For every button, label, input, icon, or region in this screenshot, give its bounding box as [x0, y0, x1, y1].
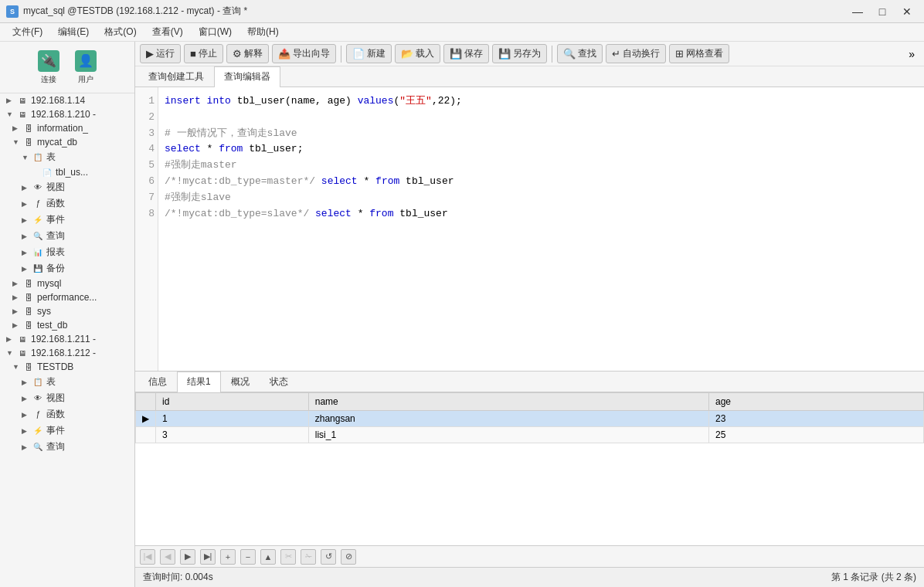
- user-button[interactable]: 👤 用户: [70, 48, 101, 87]
- nav-stop-button[interactable]: ⊘: [341, 549, 356, 565]
- menu-edit[interactable]: 编辑(E): [52, 24, 95, 40]
- expand-arrow-func2[interactable]: ▶: [22, 411, 29, 419]
- minimize-button[interactable]: —: [847, 4, 868, 19]
- folder-tables2[interactable]: ▶ 📋 表: [0, 374, 134, 390]
- folder-queries[interactable]: ▶ 🔍 查询: [0, 228, 134, 244]
- expand-arrow-4[interactable]: ▼: [6, 349, 14, 357]
- export-button[interactable]: 📤 导出向导: [272, 44, 336, 63]
- nav-prev-button[interactable]: ◀: [160, 549, 175, 565]
- stop-button[interactable]: ■ 停止: [184, 44, 223, 63]
- nav-cut-button[interactable]: ✂: [280, 549, 296, 565]
- folder-views[interactable]: ▶ 👁 视图: [0, 179, 134, 195]
- table-tbl-user[interactable]: ▶ 📄 tbl_us...: [0, 165, 134, 179]
- nav-cut2-button[interactable]: ✁: [301, 549, 316, 565]
- wrap-button[interactable]: ↵ 自动换行: [606, 44, 666, 63]
- tab-query-builder[interactable]: 查询创建工具: [138, 66, 214, 87]
- server-icon-3: 🖥: [17, 334, 28, 344]
- new-button[interactable]: 📄 新建: [346, 44, 392, 63]
- folder-queries2[interactable]: ▶ 🔍 查询: [0, 439, 134, 455]
- result-content[interactable]: id name age ▶ 1 zhangsan 23: [135, 392, 924, 545]
- nav-first-button[interactable]: |◀: [140, 549, 155, 565]
- expand-arrow-reports[interactable]: ▶: [22, 249, 29, 256]
- expand-arrow-sys[interactable]: ▶: [12, 307, 20, 315]
- nav-add-button[interactable]: +: [220, 549, 236, 565]
- grid-button[interactable]: ⊞ 网格查看: [669, 44, 729, 63]
- nav-play-button[interactable]: ▶: [180, 549, 195, 565]
- expand-arrow-queries2[interactable]: ▶: [22, 443, 29, 451]
- expand-arrow-3[interactable]: ▶: [6, 335, 14, 343]
- menu-view[interactable]: 查看(V): [146, 24, 189, 40]
- expand-arrow-tables[interactable]: ▼: [22, 154, 29, 161]
- run-button[interactable]: ▶ 运行: [140, 44, 181, 63]
- table-row[interactable]: ▶ 1 zhangsan 23: [136, 411, 924, 427]
- folder-events2[interactable]: ▶ ⚡ 事件: [0, 422, 134, 439]
- col-name[interactable]: name: [308, 393, 708, 411]
- menu-file[interactable]: 文件(F): [6, 24, 49, 40]
- table-row[interactable]: 3 lisi_1 25: [136, 427, 924, 443]
- folder-tables[interactable]: ▼ 📋 表: [0, 149, 134, 165]
- code-editor[interactable]: 1 2 3 4 5 6 7 8 insert into tbl_user(nam…: [135, 87, 924, 371]
- db-mycat[interactable]: ▼ 🗄 mycat_db: [0, 135, 134, 149]
- expand-arrow-backup[interactable]: ▶: [22, 265, 29, 273]
- server-item-4[interactable]: ▼ 🖥 192.168.1.212 -: [0, 346, 134, 360]
- folder-reports[interactable]: ▶ 📊 报表: [0, 244, 134, 260]
- col-id[interactable]: id: [156, 393, 309, 411]
- server-icon-4: 🖥: [17, 348, 28, 358]
- maximize-button[interactable]: □: [871, 4, 893, 19]
- expand-arrow-views[interactable]: ▶: [22, 184, 29, 192]
- expand-arrow-events2[interactable]: ▶: [22, 427, 29, 435]
- menu-format[interactable]: 格式(O): [98, 24, 142, 40]
- tables-label2: 表: [46, 375, 56, 389]
- col-age[interactable]: age: [709, 393, 924, 411]
- db-testdb2[interactable]: ▶ 🗄 test_db: [0, 318, 134, 332]
- folder-functions[interactable]: ▶ ƒ 函数: [0, 195, 134, 212]
- expand-arrow-testdb2[interactable]: ▶: [12, 321, 20, 329]
- server-item-1[interactable]: ▶ 🖥 192.168.1.14: [0, 93, 134, 107]
- toolbar-more-button[interactable]: »: [904, 46, 919, 62]
- find-button[interactable]: 🔍 查找: [557, 44, 603, 63]
- tab-status[interactable]: 状态: [260, 372, 298, 392]
- expand-arrow-2[interactable]: ▼: [6, 110, 14, 118]
- db-information[interactable]: ▶ 🗄 information_: [0, 121, 134, 135]
- expand-arrow-func[interactable]: ▶: [22, 200, 29, 208]
- tab-query-editor[interactable]: 查询编辑器: [214, 66, 280, 87]
- explain-button[interactable]: ⚙ 解释: [226, 44, 269, 63]
- folder-functions2[interactable]: ▶ ƒ 函数: [0, 406, 134, 422]
- expand-arrow-info[interactable]: ▶: [12, 124, 20, 132]
- nav-next-button[interactable]: ▶|: [200, 549, 216, 565]
- save-button[interactable]: 💾 保存: [443, 44, 489, 63]
- folder-backup[interactable]: ▶ 💾 备份: [0, 260, 134, 277]
- load-button[interactable]: 📂 载入: [395, 44, 440, 63]
- server-item-2[interactable]: ▼ 🖥 192.168.1.210 -: [0, 107, 134, 121]
- server-item-3[interactable]: ▶ 🖥 192.168.1.211 -: [0, 332, 134, 346]
- wrap-label: 自动换行: [623, 47, 660, 60]
- connect-button[interactable]: 🔌 连接: [33, 48, 64, 87]
- db-label-sys: sys: [37, 306, 51, 317]
- expand-arrow-perf[interactable]: ▶: [12, 294, 20, 301]
- db-sys[interactable]: ▶ 🗄 sys: [0, 304, 134, 318]
- save-as-button[interactable]: 💾 另存为: [492, 44, 547, 63]
- nav-delete-button[interactable]: −: [240, 549, 256, 565]
- db-performance[interactable]: ▶ 🗄 performance...: [0, 290, 134, 304]
- expand-arrow-tables2[interactable]: ▶: [22, 378, 29, 386]
- tab-overview[interactable]: 概况: [221, 372, 260, 392]
- expand-arrow-mysql[interactable]: ▶: [12, 280, 20, 287]
- expand-arrow-queries[interactable]: ▶: [22, 232, 29, 240]
- db-mysql[interactable]: ▶ 🗄 mysql: [0, 277, 134, 290]
- close-button[interactable]: ✕: [896, 4, 918, 19]
- menu-help[interactable]: 帮助(H): [241, 24, 285, 40]
- code-textarea[interactable]: insert into tbl_user(name, age) values("…: [158, 87, 924, 371]
- folder-views2[interactable]: ▶ 👁 视图: [0, 390, 134, 406]
- menu-window[interactable]: 窗口(W): [192, 24, 238, 40]
- expand-arrow-events[interactable]: ▶: [22, 216, 29, 224]
- expand-arrow-views2[interactable]: ▶: [22, 395, 29, 402]
- nav-refresh-button[interactable]: ↺: [321, 549, 336, 565]
- nav-up-button[interactable]: ▲: [260, 549, 276, 565]
- tab-result1[interactable]: 结果1: [177, 372, 221, 392]
- expand-arrow-testdb[interactable]: ▼: [12, 363, 20, 371]
- expand-arrow-mycat[interactable]: ▼: [12, 138, 20, 146]
- folder-events[interactable]: ▶ ⚡ 事件: [0, 212, 134, 228]
- tab-info[interactable]: 信息: [138, 372, 177, 392]
- db-testdb[interactable]: ▼ 🗄 TESTDB: [0, 360, 134, 374]
- expand-arrow-1[interactable]: ▶: [6, 97, 14, 104]
